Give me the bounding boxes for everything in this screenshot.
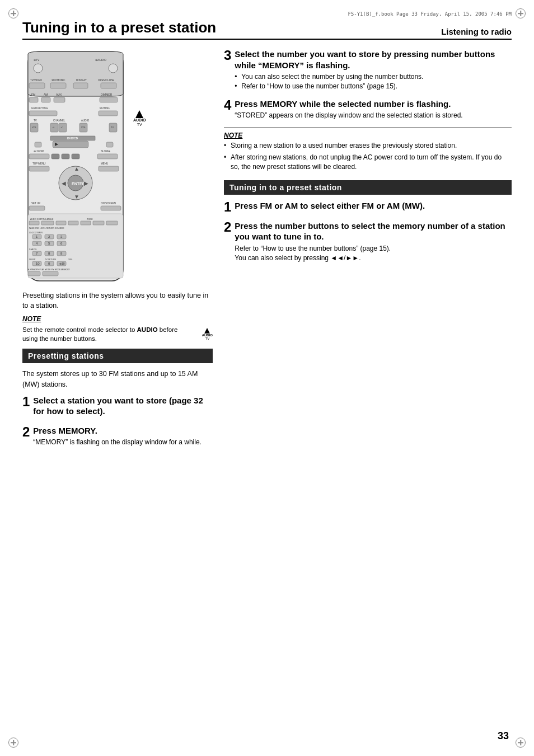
- right-step-4: 4 Press MEMORY while the selected number…: [224, 98, 512, 121]
- svg-text:AUX: AUX: [56, 93, 62, 96]
- svg-rect-18: [29, 97, 38, 102]
- svg-rect-73: [56, 221, 66, 225]
- step3-bullet-1: You can also select the number by using …: [235, 72, 512, 82]
- step3-bullets: You can also select the number by using …: [235, 72, 512, 92]
- page-section: Listening to radio: [441, 27, 512, 36]
- note-text: Set the remote control mode selector to …: [22, 325, 194, 343]
- svg-rect-12: [73, 83, 88, 88]
- up-arrow-icon: [135, 110, 143, 118]
- svg-point-5: [109, 64, 118, 73]
- svg-text:SLOW⊕: SLOW⊕: [101, 150, 110, 153]
- left-step-1: 1 Select a station you want to store (pa…: [22, 395, 213, 419]
- svg-rect-1: [28, 51, 123, 96]
- svg-rect-110: [43, 271, 58, 276]
- svg-rect-10: [29, 83, 45, 88]
- svg-text:DVD/CD: DVD/CD: [67, 137, 78, 140]
- svg-rect-76: [93, 221, 104, 225]
- corner-mark-tl: [8, 8, 18, 18]
- corner-mark-br: [516, 738, 526, 748]
- svg-text:⊕10: ⊕10: [59, 262, 65, 265]
- svg-text:AM: AM: [44, 93, 48, 96]
- step1-title: Select a station you want to store (page…: [33, 395, 213, 417]
- left-step-2: 2 Press MEMORY. “MEMORY” is flashing on …: [22, 425, 213, 448]
- corner-mark-bl: [8, 738, 18, 748]
- svg-rect-77: [106, 221, 118, 225]
- step3-content: Select the number you want to store by p…: [235, 49, 512, 92]
- svg-text:MUTING: MUTING: [100, 107, 110, 110]
- svg-rect-51: [72, 154, 79, 159]
- svg-rect-43: [106, 142, 113, 147]
- step4-title: Press MEMORY while the selected number i…: [235, 98, 512, 110]
- svg-rect-52: [97, 154, 118, 159]
- svg-rect-25: [99, 111, 118, 116]
- svg-text:⊕TV: ⊕TV: [34, 58, 40, 62]
- svg-text:AUDIO SUBTITLE ANGLE: AUDIO SUBTITLE ANGLE: [30, 218, 54, 220]
- svg-text:AUDIO: AUDIO: [81, 119, 90, 122]
- right-step2-body: Refer to “How to use the number buttons”…: [235, 244, 512, 253]
- svg-text:⊕ 2LOW: ⊕ 2LOW: [34, 150, 44, 153]
- step1-number: 1: [22, 395, 30, 408]
- page-title: Tuning in to a preset station: [22, 19, 216, 36]
- note-tv-label: TV: [205, 337, 209, 340]
- right-note-item-1: Storing a new station to a used number e…: [224, 141, 512, 151]
- audio-label: AUDIO: [133, 118, 146, 123]
- section1-body: The system stores up to 30 FM stations a…: [22, 369, 213, 389]
- svg-text:CLOCK/TIMER: CLOCK/TIMER: [29, 232, 43, 234]
- svg-text:VOL: VOL: [32, 126, 37, 129]
- right-note-item-2: After storing new stations, do not unplu…: [224, 153, 512, 172]
- svg-text:TOP MENU: TOP MENU: [32, 162, 46, 165]
- svg-text:100+: 100+: [68, 259, 73, 261]
- svg-text:ENTER: ENTER: [72, 182, 85, 186]
- right-section2-step2: 2 Press the number buttons to select the…: [224, 220, 512, 264]
- svg-rect-67: [101, 206, 121, 210]
- left-column: ⊕TV ⊕AUDIO TV/VIDEO 3D PHONIC DISPLAY OP…: [22, 49, 213, 454]
- svg-point-4: [34, 64, 43, 73]
- right-step1-content: Press FM or AM to select either FM or AM…: [235, 200, 512, 213]
- note-arrow-indicator: AUDIO TV: [202, 328, 213, 340]
- svg-rect-75: [81, 221, 91, 225]
- svg-rect-66: [29, 206, 45, 210]
- svg-rect-71: [29, 221, 39, 225]
- step2-body: “MEMORY” is flashing on the display wind…: [33, 438, 213, 447]
- svg-text:CHANNEL: CHANNEL: [53, 119, 65, 122]
- page-header: Tuning in to a preset station Listening …: [22, 19, 512, 40]
- step4-number: 4: [224, 98, 231, 112]
- section2-header: Tuning in to a preset station: [224, 180, 512, 195]
- left-note: NOTE Set the remote control mode selecto…: [22, 315, 213, 343]
- note-text-main: Set the remote control mode selector to: [22, 326, 135, 333]
- right-step2-body2: You can also select by pressing ◄◄/►►.: [235, 253, 512, 263]
- file-info: FS-Y1[B]_f.book Page 33 Friday, April 15…: [22, 11, 512, 17]
- right-step2-content: Press the number buttons to select the m…: [235, 220, 512, 264]
- svg-text:CANCEL: CANCEL: [29, 248, 37, 251]
- intro-text: Presetting stations in the system allows…: [22, 290, 213, 311]
- svg-text:SLEEP: SLEEP: [29, 259, 36, 261]
- svg-text:▲: ▲: [74, 166, 79, 172]
- svg-text:DIMMER: DIMMER: [101, 93, 113, 96]
- svg-text:ON SCREEN: ON SCREEN: [101, 202, 116, 205]
- svg-text:TV/VIDEO: TV/VIDEO: [30, 79, 43, 82]
- remote-image-container: ⊕TV ⊕AUDIO TV/VIDEO 3D PHONIC DISPLAY OP…: [22, 49, 213, 284]
- section1-header: Presetting stations: [22, 349, 213, 363]
- svg-text:▶: ▶: [55, 142, 59, 147]
- step2-number: 2: [22, 425, 30, 439]
- svg-rect-21: [100, 97, 118, 102]
- svg-text:3D PHONIC: 3D PHONIC: [51, 79, 65, 82]
- page-container: FS-Y1[B]_f.book Page 33 Friday, April 15…: [0, 0, 534, 756]
- svg-text:TV RETURN: TV RETURN: [45, 259, 57, 261]
- svg-rect-55: [29, 166, 49, 171]
- svg-text:ZOOM: ZOOM: [87, 218, 93, 220]
- svg-rect-13: [101, 83, 116, 88]
- note-indicator-row: Set the remote control mode selector to …: [22, 325, 213, 343]
- svg-text:⊕AUDIO: ⊕AUDIO: [95, 58, 106, 62]
- page-number: 33: [498, 730, 509, 742]
- svg-text:A.STANDBY PLAY MODE PM MODE ME: A.STANDBY PLAY MODE PM MODE MEMORY: [28, 269, 71, 271]
- two-col-layout: ⊕TV ⊕AUDIO TV/VIDEO 3D PHONIC DISPLAY OP…: [22, 49, 512, 454]
- audio-mode-indicator: AUDIO TV: [133, 49, 146, 284]
- svg-rect-41: [35, 142, 41, 147]
- right-step1-number: 1: [224, 200, 231, 214]
- svg-rect-56: [99, 166, 119, 171]
- svg-rect-20: [54, 97, 65, 102]
- svg-rect-48: [29, 154, 49, 159]
- step4-body: “STORED” appears on the display window a…: [235, 111, 512, 120]
- svg-text:PAGE DVD LEVEL RETURN SCN.MOD: PAGE DVD LEVEL RETURN SCN.MOD: [29, 227, 64, 229]
